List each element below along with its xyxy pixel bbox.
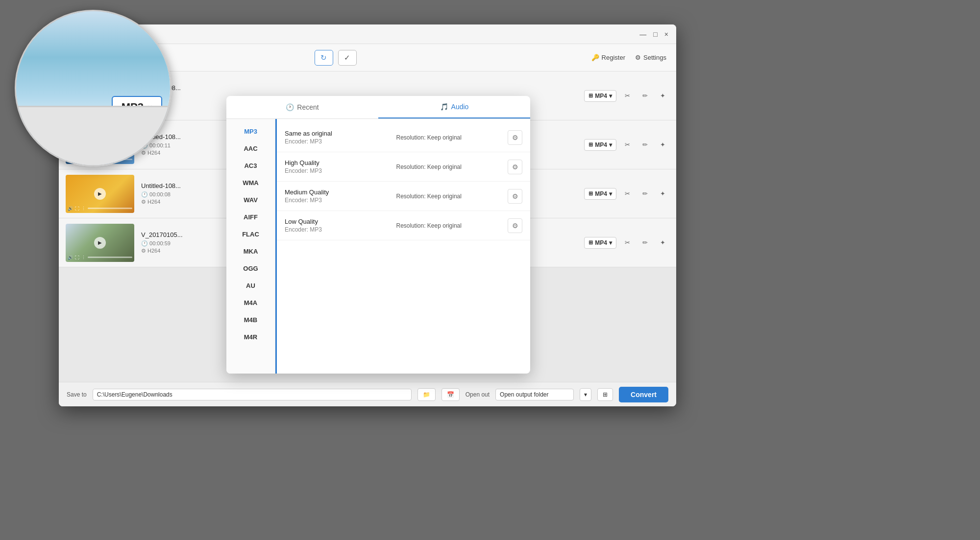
register-button[interactable]: 🔑 Register	[591, 54, 625, 61]
quality-settings-button[interactable]: ⚙	[508, 189, 522, 204]
fullscreen-icon: ⛶	[75, 255, 79, 260]
edit-icon[interactable]: ✏	[638, 187, 652, 201]
tab-audio[interactable]: 🎵 Audio	[378, 96, 530, 118]
format-list-item[interactable]: AIFF	[226, 209, 275, 226]
folder-button[interactable]: 📁	[417, 388, 436, 401]
cut-icon[interactable]: ✂	[620, 89, 634, 103]
refresh-icon: ↻	[320, 53, 327, 62]
quality-name: Low Quality	[285, 218, 396, 225]
edit-icon[interactable]: ✏	[638, 236, 652, 250]
music-icon: 🎵	[440, 103, 448, 111]
quality-encoder: Encoder: MP3	[285, 138, 396, 145]
dropdown-chevron: ▾	[609, 93, 612, 99]
dropdown-chevron: ▾	[609, 239, 612, 246]
dropdown-button[interactable]: ▾	[580, 388, 591, 401]
cut-icon[interactable]: ✂	[620, 187, 634, 201]
format-label: MP4	[595, 141, 607, 148]
toolbar-center: ↻ ✓	[315, 50, 357, 66]
quality-item[interactable]: Medium Quality Encoder: MP3 Resolution: …	[277, 182, 530, 211]
cut-icon[interactable]: ✂	[620, 236, 634, 250]
quality-info: Low Quality Encoder: MP3	[285, 218, 396, 233]
convert-button[interactable]: Convert	[619, 387, 668, 402]
format-list: MP3AACAC3WMAWAVAIFFFLACMKAOGGAUM4AM4BM4R	[226, 119, 275, 374]
format-list-item[interactable]: M4B	[226, 311, 275, 329]
wand-icon[interactable]: ✦	[656, 89, 669, 103]
quality-resolution: Resolution: Keep original	[396, 134, 508, 141]
edit-icon[interactable]: ✏	[638, 89, 652, 103]
cut-icon[interactable]: ✂	[620, 138, 634, 152]
format-list-item[interactable]: WAV	[226, 191, 275, 209]
quality-resolution: Resolution: Keep original	[396, 193, 508, 200]
progress-bar	[88, 257, 132, 258]
quality-settings-button[interactable]: ⚙	[508, 130, 522, 145]
calendar-icon-button[interactable]: 📅	[441, 388, 460, 401]
quality-info: High Quality Encoder: MP3	[285, 159, 396, 174]
format-list-item[interactable]: FLAC	[226, 226, 275, 243]
output-format-badge[interactable]: ⊞ MP4 ▾	[584, 90, 616, 102]
quality-item[interactable]: Low Quality Encoder: MP3 Resolution: Kee…	[277, 211, 530, 240]
refresh-button[interactable]: ↻	[315, 50, 333, 66]
recent-tab-label: Recent	[297, 103, 318, 111]
quality-encoder: Encoder: MP3	[285, 226, 396, 233]
file-name: Untitled-108...	[141, 84, 577, 92]
format-list-item[interactable]: AC3	[226, 157, 275, 174]
file-actions: ⊞ MP4 ▾ ✂ ✏ ✦	[584, 138, 669, 152]
quality-encoder: Encoder: MP3	[285, 197, 396, 204]
output-format-badge[interactable]: ⊞ MP4 ▾	[584, 237, 616, 249]
modal-body: MP3AACAC3WMAWAVAIFFFLACMKAOGGAUM4AM4BM4R…	[226, 119, 530, 374]
file-actions: ⊞ MP4 ▾ ✂ ✏ ✦	[584, 89, 669, 103]
register-label: Register	[602, 54, 625, 61]
wand-icon[interactable]: ✦	[656, 187, 669, 201]
format-label: MP4	[595, 190, 607, 197]
open-output-folder[interactable]: Open output folder	[495, 389, 574, 400]
quality-settings-button[interactable]: ⚙	[508, 218, 522, 233]
minimize-button[interactable]: —	[639, 30, 646, 38]
wand-icon[interactable]: ✦	[656, 236, 669, 250]
quality-settings-button[interactable]: ⚙	[508, 160, 522, 174]
quality-encoder: Encoder: MP3	[285, 167, 396, 174]
magnifier-overlay: MP3 ∨	[15, 10, 172, 166]
check-button[interactable]: ✓	[338, 50, 357, 66]
play-button[interactable]: ▶	[94, 237, 106, 249]
more-icon: ⋮	[81, 206, 86, 211]
wand-icon[interactable]: ✦	[656, 138, 669, 152]
grid-icon: ⊞	[588, 93, 593, 99]
quality-name: Same as original	[285, 130, 396, 137]
quality-item[interactable]: Same as original Encoder: MP3 Resolution…	[277, 123, 530, 152]
tab-recent[interactable]: 🕐 Recent	[226, 96, 378, 118]
edit-icon[interactable]: ✏	[638, 138, 652, 152]
grid-icon: ⊞	[588, 239, 593, 246]
close-button[interactable]: ×	[664, 30, 668, 38]
quality-item[interactable]: High Quality Encoder: MP3 Resolution: Ke…	[277, 152, 530, 182]
format-list-item[interactable]: MP3	[226, 123, 275, 140]
save-path[interactable]: C:\Users\Eugene\Downloads	[93, 389, 412, 400]
file-thumbnail: ▶ 🔊 ⛶ ⋮	[66, 175, 134, 213]
format-list-item[interactable]: AU	[226, 277, 275, 294]
dropdown-chevron: ▾	[609, 190, 612, 197]
format-list-item[interactable]: MKA	[226, 243, 275, 260]
format-label: MP4	[595, 93, 607, 99]
format-list-item[interactable]: M4A	[226, 294, 275, 311]
format-list-item[interactable]: WMA	[226, 174, 275, 191]
calendar-icon: 📅	[447, 391, 454, 398]
format-list-item[interactable]: OGG	[226, 260, 275, 277]
bottom-bar: Save to C:\Users\Eugene\Downloads 📁 📅 Op…	[59, 382, 676, 406]
modal-tabs: 🕐 Recent 🎵 Audio	[226, 96, 530, 119]
format-list-item[interactable]: AAC	[226, 140, 275, 157]
open-out-label: Open out	[466, 391, 490, 398]
more-icon: ⋮	[81, 255, 86, 260]
check-icon: ✓	[344, 53, 350, 62]
output-format-badge[interactable]: ⊞ MP4 ▾	[584, 139, 616, 151]
grid-button[interactable]: ⊞	[597, 388, 613, 401]
maximize-button[interactable]: □	[653, 30, 657, 38]
quality-name: Medium Quality	[285, 188, 396, 196]
progress-bar	[88, 208, 132, 209]
format-dropdown-modal: 🕐 Recent 🎵 Audio MP3AACAC3WMAWAVAIFFFLAC…	[226, 96, 530, 374]
format-list-item[interactable]: M4R	[226, 329, 275, 346]
output-format-badge[interactable]: ⊞ MP4 ▾	[584, 188, 616, 200]
toolbar-right: 🔑 Register ⚙ Settings	[591, 54, 666, 61]
play-button[interactable]: ▶	[94, 188, 106, 200]
settings-button[interactable]: ⚙ Settings	[635, 54, 666, 61]
key-icon: 🔑	[591, 54, 599, 61]
quality-resolution: Resolution: Keep original	[396, 164, 508, 170]
